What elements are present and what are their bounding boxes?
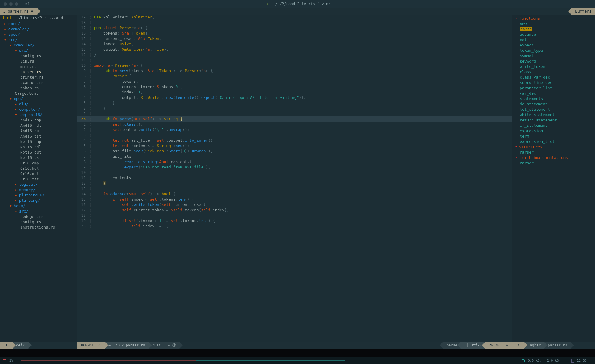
tree-file-scanner-rs[interactable]: scanner.rs [0, 80, 77, 85]
code-line[interactable]: 17¦ pub struct Parser<'a> { [77, 25, 512, 31]
code-line[interactable]: 9¦ pub fn new(tokens: &'a [Token]) -> Pa… [77, 68, 512, 74]
outline-item-Parser[interactable]: Parser [512, 160, 595, 166]
code-pane[interactable]: 19¦ use xml_writer::XmlWriter;18¦ 17¦ pu… [77, 15, 512, 342]
tree-file-cargo-toml[interactable]: Cargo.toml [0, 91, 77, 96]
tree-file-config-rs[interactable]: config.rs [0, 53, 77, 59]
tree-dir-plumbing16-[interactable]: ▸plumbing16/ [0, 193, 77, 198]
outline-item-expression_list[interactable]: expression_list [512, 139, 595, 144]
code-line[interactable]: 10¦ [77, 170, 512, 175]
tree-file-and16-out[interactable]: And16.out [0, 128, 77, 134]
outline-item-do_statement[interactable]: do_statement [512, 101, 595, 107]
code-line[interactable]: 19¦ use xml_writer::XmlWriter; [77, 15, 512, 20]
tree-dir-hasm-[interactable]: ▾hasm/ [0, 203, 77, 209]
code-line[interactable]: 2¦ self.output.write("\n").unwrap(); [77, 127, 512, 132]
tree-file-not16-out[interactable]: Not16.out [0, 150, 77, 155]
outline-item-token_type[interactable]: token_type [512, 48, 595, 53]
code-line[interactable]: 13¦ [77, 186, 512, 191]
tree-file-printer-rs[interactable]: printer.rs [0, 75, 77, 80]
code-line[interactable]: 5¦ let mut contents = String::new(); [77, 143, 512, 149]
tab-parser[interactable]: 1 parser.rs ● [0, 8, 37, 15]
code-line[interactable]: 14¦ index: usize, [77, 41, 512, 47]
tree-file-instructions-rs[interactable]: instructions.rs [0, 225, 77, 230]
outline-section-functions[interactable]: ▾functions [512, 16, 595, 21]
code-line[interactable]: 2¦ } [77, 106, 512, 111]
outline-item-parameter_list[interactable]: parameter_list [512, 85, 595, 91]
tree-dir-examples-[interactable]: ▸examples/ [0, 26, 77, 32]
file-tree[interactable]: [in]: ~/Library/Proj...and ▸docs/▸exampl… [0, 15, 77, 342]
tree-dir-compiler-[interactable]: ▾compiler/ [0, 43, 77, 48]
tree-dir-plumbing-[interactable]: ▸plumbing/ [0, 198, 77, 203]
code-line[interactable]: 15¦ if self.index < self.tokens.len() { [77, 197, 512, 202]
outline-item-symbol[interactable]: symbol [512, 53, 595, 59]
code-line[interactable]: 11¦ [77, 57, 512, 63]
tree-dir-memory-[interactable]: ▸memory/ [0, 187, 77, 193]
code-line[interactable]: 4¦ let mut ast_file = self.output.into_i… [77, 138, 512, 143]
code-line[interactable]: 7¦ tokens, [77, 79, 512, 84]
outline-item-parse[interactable]: parse [512, 26, 595, 32]
code-line[interactable]: 26¦ pub fn parse(mut self) -> String { [77, 116, 512, 122]
code-line[interactable]: 3¦ } [77, 100, 512, 106]
tree-dir-docs-[interactable]: ▸docs/ [0, 21, 77, 26]
code-line[interactable]: 10¦ impl<'a> Parser<'a> { [77, 63, 512, 68]
code-line[interactable]: 15¦ current_token: &'a Token, [77, 36, 512, 41]
outline-item-keyword[interactable]: keyword [512, 59, 595, 64]
tree-dir-spec-[interactable]: ▸spec/ [0, 32, 77, 37]
tree-file-codegen-rs[interactable]: codegen.rs [0, 214, 77, 219]
tree-file-or16-hdl[interactable]: Or16.hdl [0, 166, 77, 171]
tree-dir-src-[interactable]: ▾src/ [0, 48, 77, 53]
code-line[interactable]: 19¦ if self.index + 1 != self.tokens.len… [77, 218, 512, 224]
tree-file-not16-cmp[interactable]: Not16.cmp [0, 139, 77, 144]
min-dot[interactable] [9, 2, 13, 6]
code-line[interactable]: 12¦ } [77, 181, 512, 186]
tree-file-and16-cmp[interactable]: And16.cmp [0, 118, 77, 123]
outline-section-trait-implementations[interactable]: ▾trait implementations [512, 155, 595, 160]
outline-item-class[interactable]: class [512, 69, 595, 75]
code-line[interactable]: 9¦ .expect("Can not read from AST file")… [77, 165, 512, 170]
tree-file-config-rs[interactable]: config.rs [0, 219, 77, 225]
outline-item-if_statement[interactable]: if_statement [512, 123, 595, 128]
buffers-button[interactable]: Buffers [571, 8, 595, 15]
outline-item-eat[interactable]: eat [512, 37, 595, 43]
tree-file-token-rs[interactable]: token.rs [0, 85, 77, 91]
outline-item-term[interactable]: term [512, 134, 595, 139]
code-line[interactable]: 16¦ tokens: &'a [Token], [77, 31, 512, 36]
outline-item-advance[interactable]: advance [512, 32, 595, 37]
tree-file-not16-tst[interactable]: Not16.tst [0, 155, 77, 160]
tree-dir-alu-[interactable]: ▸alu/ [0, 101, 77, 107]
tree-dir-logical16-[interactable]: ▾logical16/ [0, 112, 77, 118]
code-line[interactable]: 4¦ output: XmlWriter::new(tempfile().exp… [77, 95, 512, 100]
outline-item-statements[interactable]: statements [512, 96, 595, 101]
code-line[interactable]: 18¦ [77, 20, 512, 25]
tree-file-lib-rs[interactable]: lib.rs [0, 59, 77, 64]
outline-item-let_statement[interactable]: let_statement [512, 107, 595, 112]
code-line[interactable]: 5¦ index: 1, [77, 90, 512, 95]
outline-item-new[interactable]: new [512, 21, 595, 26]
tree-file-or16-tst[interactable]: Or16.tst [0, 176, 77, 182]
tree-file-and16-tst[interactable]: And16.tst [0, 134, 77, 139]
outline-item-expression[interactable]: expression [512, 128, 595, 134]
tree-dir-computer-[interactable]: ▸computer/ [0, 107, 77, 112]
code-line[interactable]: 6¦ ast_file.seek(SeekFrom::Start(0)).unw… [77, 149, 512, 154]
code-line[interactable]: 3¦ [77, 132, 512, 138]
outline-item-class_var_dec[interactable]: class_var_dec [512, 75, 595, 80]
close-dot[interactable] [4, 2, 7, 6]
tree-file-not16-hdl[interactable]: Not16.hdl [0, 144, 77, 150]
tree-dir-src-[interactable]: ▾src/ [0, 37, 77, 43]
tree-file-main-rs[interactable]: main.rs [0, 64, 77, 69]
code-line[interactable]: 1¦ [77, 111, 512, 116]
code-line[interactable]: 12¦ } [77, 52, 512, 57]
outline-item-write_token[interactable]: write_token [512, 64, 595, 69]
code-line[interactable]: 7¦ ast_file [77, 154, 512, 159]
tree-file-or16-cmp[interactable]: Or16.cmp [0, 160, 77, 166]
outline-item-Parser[interactable]: Parser [512, 150, 595, 155]
code-line[interactable]: 8¦ .read_to_string(&mut contents) [77, 159, 512, 165]
code-line[interactable]: 14¦ fn advance(&mut self) -> bool { [77, 191, 512, 197]
tree-file-parser-rs[interactable]: parser.rs [0, 69, 77, 75]
outline-section-structures[interactable]: ▾structures [512, 144, 595, 150]
code-line[interactable]: 8¦ Parser { [77, 74, 512, 79]
tree-dir-logical-[interactable]: ▸logical/ [0, 182, 77, 187]
code-line[interactable]: 18¦ [77, 213, 512, 218]
tree-dir-src-[interactable]: ▾src/ [0, 209, 77, 214]
outline-item-return_statement[interactable]: return_statement [512, 118, 595, 123]
code-line[interactable]: 17¦ self.current_token = &self.tokens[se… [77, 207, 512, 213]
